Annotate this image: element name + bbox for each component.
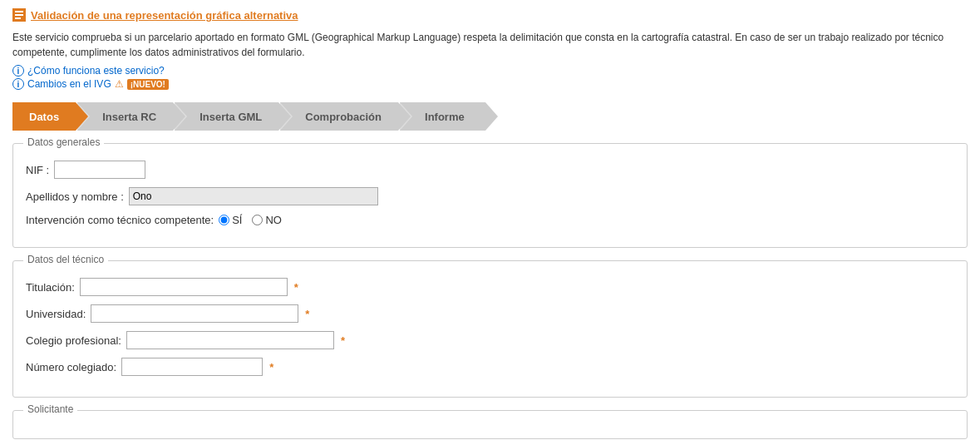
no-label: NO <box>265 214 282 226</box>
svg-rect-2 <box>15 14 23 16</box>
datos-tecnico-legend: Datos del técnico <box>23 254 108 265</box>
page-title: Validación de una representación gráfica… <box>31 9 298 22</box>
datos-tecnico-section: Datos del técnico Titulación: * Universi… <box>12 260 968 398</box>
nif-row: NIF : <box>26 161 954 179</box>
solicitante-legend: Solicitante <box>23 403 77 415</box>
titulacion-input[interactable] <box>80 278 288 296</box>
colegio-input[interactable] <box>126 331 334 349</box>
cambios-ivg-link[interactable]: i Cambios en el IVG <box>12 78 111 90</box>
colegio-required: * <box>341 334 345 347</box>
numero-input[interactable] <box>121 358 263 376</box>
titulacion-label: Titulación: <box>26 281 75 294</box>
intervencion-row: Intervención como técnico competente: SÍ… <box>26 214 954 226</box>
step-inserta-rc[interactable]: Inserta RC <box>77 102 173 131</box>
step-informe[interactable]: Informe <box>400 102 485 131</box>
universidad-required: * <box>305 308 309 320</box>
colegio-row: Colegio profesional: * <box>26 331 954 349</box>
si-radio[interactable] <box>219 215 229 225</box>
si-label: SÍ <box>232 214 242 226</box>
apellidos-row: Apellidos y nombre : <box>26 187 954 205</box>
step-datos[interactable]: Datos <box>12 102 76 131</box>
datos-generales-legend: Datos generales <box>23 136 104 148</box>
warning-icon: ⚠ <box>115 78 124 90</box>
universidad-row: Universidad: * <box>26 304 954 323</box>
steps-container: Datos Inserta RC Inserta GML Comprobació… <box>12 102 968 131</box>
page-header: Validación de una representación gráfica… <box>12 8 968 22</box>
titulacion-row: Titulación: * <box>26 278 954 296</box>
universidad-input[interactable] <box>91 304 298 323</box>
numero-row: Número colegiado: * <box>26 358 954 376</box>
svg-rect-3 <box>15 17 21 19</box>
como-funciona-link[interactable]: i ¿Cómo funciona este servicio? <box>12 65 968 77</box>
no-option[interactable]: NO <box>252 214 282 226</box>
nif-input[interactable] <box>54 161 145 179</box>
numero-required: * <box>269 361 273 373</box>
svg-rect-1 <box>15 11 23 12</box>
no-radio[interactable] <box>252 215 263 225</box>
apellidos-label: Apellidos y nombre : <box>26 190 124 203</box>
description-text: Este servicio comprueba si un parcelario… <box>12 30 968 60</box>
numero-label: Número colegiado: <box>26 361 116 373</box>
como-funciona-label: ¿Cómo funciona este servicio? <box>27 65 165 77</box>
universidad-label: Universidad: <box>26 308 86 320</box>
colegio-label: Colegio profesional: <box>26 334 121 347</box>
datos-generales-section: Datos generales NIF : Apellidos y nombre… <box>12 143 968 248</box>
cambios-ivg-label: Cambios en el IVG <box>27 78 111 90</box>
document-icon <box>12 8 26 22</box>
intervencion-radio-group: SÍ NO <box>219 214 282 226</box>
step-inserta-gml[interactable]: Inserta GML <box>175 102 278 131</box>
si-option[interactable]: SÍ <box>219 214 242 226</box>
solicitante-section: Solicitante <box>12 410 968 439</box>
nif-label: NIF : <box>26 164 49 176</box>
step-comprobacion[interactable]: Comprobación <box>280 102 398 131</box>
titulacion-required: * <box>294 281 298 294</box>
apellidos-input[interactable] <box>129 187 378 205</box>
info-icon-2: i <box>12 78 24 90</box>
nuevo-badge: ¡NUEVO! <box>127 79 169 90</box>
intervencion-label: Intervención como técnico competente: <box>26 214 214 226</box>
info-icon: i <box>12 65 24 77</box>
